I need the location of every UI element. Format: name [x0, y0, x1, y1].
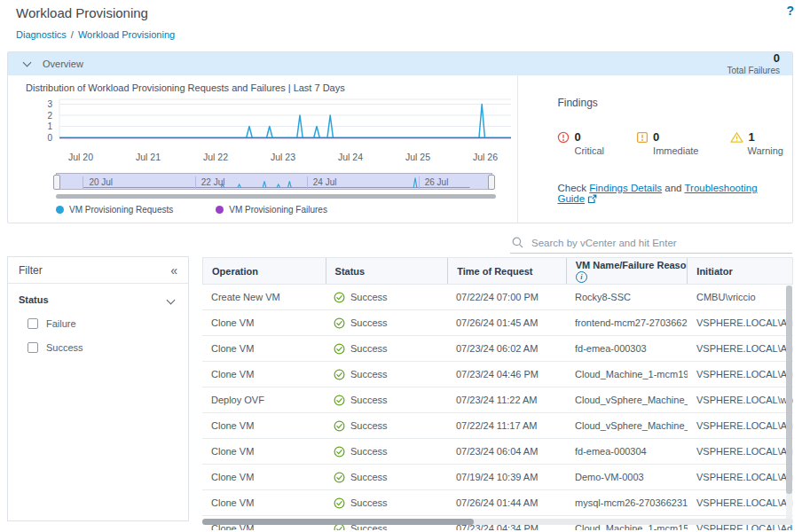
chart-title: Distribution of Workload Provisioning Re…: [26, 82, 345, 93]
findings-note: Check Findings Details and Troubleshooti…: [557, 183, 783, 206]
legend-label: VM Provisioning Requests: [69, 205, 173, 215]
note-prefix: Check: [557, 183, 586, 193]
cell-status: Success: [325, 420, 447, 432]
table-row[interactable]: Clone VMSuccess07/26/24 01:44 AMmysql-mc…: [202, 490, 793, 516]
cell-operation: Clone VM: [202, 420, 325, 431]
cell-initiator: VSPHERE.LOCAL\Admini: [688, 497, 793, 508]
status-group-label: Status: [19, 294, 49, 305]
cell-status: Success: [325, 343, 447, 355]
slider-handle-left[interactable]: [53, 175, 60, 190]
table-row[interactable]: Create New VMSuccess07/22/24 07:00 PMRoc…: [202, 285, 793, 310]
column-header-time: Time of Request: [447, 258, 566, 284]
svg-text:Jul 26: Jul 26: [473, 152, 498, 162]
failures-dot-icon: [216, 206, 224, 214]
overview-panel-header[interactable]: Overview 0 Total Failures: [8, 52, 792, 75]
breadcrumb: Diagnostics/Workload Provisioning: [16, 29, 175, 40]
table-row[interactable]: Deploy OVFSuccess07/23/24 11:22 AMCloud_…: [202, 387, 793, 413]
cell-initiator: VSPHERE.LOCAL\Admini: [688, 343, 793, 354]
cell-initiator: CMBU\vriccio: [688, 292, 793, 302]
svg-text:0: 0: [47, 133, 52, 143]
filter-option-failure: Failure: [28, 318, 177, 329]
success-check-icon: [334, 343, 345, 355]
cell-vm-name: frontend-mcm27-2703662...: [566, 317, 688, 328]
vertical-scrollbar-thumb[interactable]: [786, 286, 792, 494]
cell-initiator: VSPHERE.LOCAL\wpxd-e: [688, 395, 793, 405]
cell-initiator: VSPHERE.LOCAL\Admini: [688, 446, 793, 457]
external-link-icon[interactable]: [587, 194, 597, 206]
legend-item-requests: VM Provisioning Requests: [56, 205, 173, 215]
success-check-icon: [334, 317, 345, 329]
breadcrumb-workload-provisioning[interactable]: Workload Provisioning: [78, 29, 175, 40]
slider-scrollbar[interactable]: [56, 194, 496, 199]
svg-text:Jul 21: Jul 21: [136, 152, 161, 162]
collapse-panel-icon[interactable]: «: [170, 263, 177, 278]
total-failures-label: Total Failures: [727, 66, 780, 76]
time-range-slider[interactable]: 20 Jul22 Jul24 Jul26 Jul: [56, 173, 492, 190]
overview-panel-title: Overview: [43, 59, 83, 69]
search-input[interactable]: [530, 237, 792, 249]
filter-panel-header: Filter «: [8, 257, 188, 284]
table-row[interactable]: Clone VMSuccess07/23/24 06:02 AMfd-emea-…: [202, 336, 793, 362]
success-check-icon: [334, 446, 345, 458]
success-check-icon: [334, 497, 345, 509]
svg-text:Jul 22: Jul 22: [203, 152, 228, 162]
filter-option-success: Success: [28, 342, 177, 353]
critical-circle-icon: [557, 131, 570, 144]
slider-handle-right[interactable]: [488, 175, 495, 190]
horizontal-scrollbar-thumb[interactable]: [202, 519, 474, 525]
finding-immediate: 0 Immediate: [636, 130, 698, 156]
svg-text:Jul 23: Jul 23: [271, 152, 295, 162]
cell-status: Success: [325, 472, 447, 483]
info-icon[interactable]: i: [576, 271, 587, 283]
success-checkbox[interactable]: [28, 342, 38, 353]
table-row[interactable]: Clone VMSuccess07/23/24 06:04 AMfd-emea-…: [202, 439, 793, 465]
chevron-down-icon[interactable]: [23, 59, 32, 67]
breadcrumb-diagnostics[interactable]: Diagnostics: [16, 29, 67, 40]
warning-label: Warning: [747, 145, 783, 156]
help-icon[interactable]: ?: [786, 4, 794, 18]
cell-operation: Clone VM: [202, 369, 325, 379]
failure-label: Failure: [46, 318, 76, 329]
chart-section: Distribution of Workload Provisioning Re…: [8, 75, 517, 223]
cell-initiator: VSPHERE.LOCAL\Admini: [688, 369, 793, 379]
provisioning-table: Operation Status Time of Request VM Name…: [202, 257, 793, 530]
chevron-down-icon[interactable]: [167, 295, 176, 304]
cell-status: Success: [325, 446, 447, 458]
cell-initiator: VSPHERE.LOCAL\Admini: [688, 472, 793, 482]
slider-tick-label: 26 Jul: [419, 176, 449, 190]
cell-initiator: VSPHERE.LOCAL\Admini: [688, 420, 793, 431]
findings-title: Findings: [557, 97, 783, 109]
table-row[interactable]: Clone VMSuccess07/22/24 11:17 AMCloud_vS…: [202, 413, 793, 439]
cell-vm-name: Demo-VM-0003: [566, 472, 688, 482]
cell-initiator: VSPHERE.LOCAL\Admini: [688, 317, 793, 328]
legend-label: VM Provisioning Failures: [229, 205, 327, 215]
warning-triangle-icon: [730, 131, 743, 144]
failure-checkbox[interactable]: [28, 318, 38, 329]
filter-title: Filter: [19, 264, 43, 277]
finding-critical: 0 Critical: [557, 130, 604, 156]
cell-operation: Deploy OVF: [202, 395, 325, 405]
table-row[interactable]: Clone VMSuccess07/19/24 10:39 AMDemo-VM-…: [202, 465, 793, 490]
overview-body: Distribution of Workload Provisioning Re…: [8, 75, 792, 223]
svg-text:1: 1: [47, 121, 52, 131]
svg-text:2: 2: [47, 111, 52, 121]
table-row[interactable]: Clone VMSuccess07/23/24 04:46 PMCloud_Ma…: [202, 362, 793, 387]
cell-operation: Clone VM: [202, 317, 325, 328]
warning-count: 1: [748, 130, 754, 144]
slider-tick-label: 24 Jul: [307, 176, 337, 190]
cell-time: 07/19/24 10:39 AM: [447, 472, 566, 482]
success-check-icon: [334, 395, 345, 406]
cell-status: Success: [325, 395, 447, 406]
table-row[interactable]: Clone VMSuccess07/26/24 01:45 AMfrontend…: [202, 310, 793, 336]
search-icon: [512, 237, 523, 248]
status-group-header[interactable]: Status: [19, 294, 177, 305]
slider-tick-label: 22 Jul: [195, 176, 225, 190]
findings-details-link[interactable]: Findings Details: [589, 183, 662, 193]
svg-text:Jul 24: Jul 24: [338, 152, 363, 162]
total-failures: 0 Total Failures: [727, 52, 783, 75]
vertical-scrollbar[interactable]: [786, 286, 792, 523]
cell-status: Success: [325, 292, 447, 303]
cell-operation: Clone VM: [202, 446, 325, 457]
horizontal-scrollbar[interactable]: [202, 519, 793, 525]
success-check-icon: [334, 420, 345, 432]
